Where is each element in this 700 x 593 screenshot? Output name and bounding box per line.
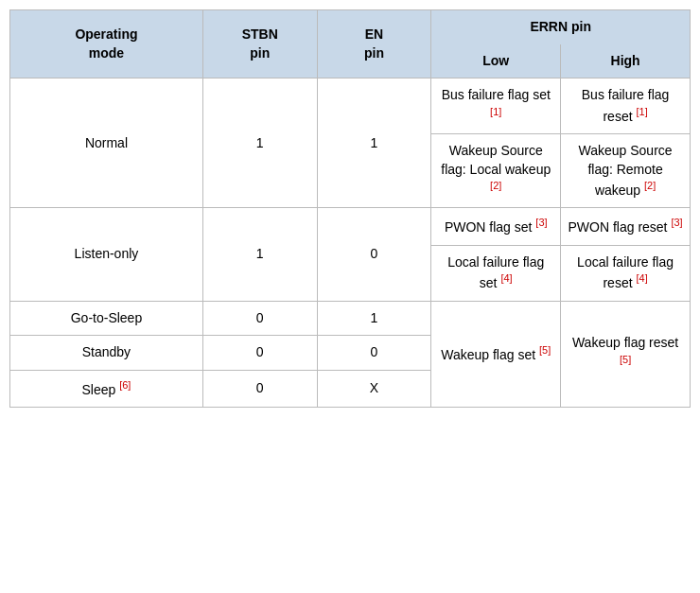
mode-normal: Normal <box>10 78 203 208</box>
table-row: Normal 1 1 Bus failure flag set [1] Bus … <box>10 78 691 134</box>
table-container: Operatingmode STBNpin ENpin ERRN pin Low… <box>9 9 691 408</box>
high-wakeup-remote: Wakeup Source flag: Remote wakeup [2] <box>561 134 691 208</box>
high-pwon-reset: PWON flag reset [3] <box>561 208 691 245</box>
header-mode: Operatingmode <box>10 10 203 78</box>
stbn-listen: 1 <box>202 208 317 301</box>
header-en: ENpin <box>317 10 431 78</box>
low-wakeup-local: Wakeup Source flag: Local wakeup [2] <box>431 134 561 208</box>
high-local-failure-reset: Local failure flag reset [4] <box>561 245 691 301</box>
mode-goto-sleep: Go-to-Sleep <box>10 301 203 336</box>
header-high: High <box>561 44 691 78</box>
stbn-standby: 0 <box>202 336 317 371</box>
high-bus-failure-reset: Bus failure flag reset [1] <box>561 78 691 134</box>
en-sleep: X <box>317 370 431 407</box>
low-bus-failure-set: Bus failure flag set [1] <box>431 78 561 134</box>
header-errn: ERRN pin <box>431 10 691 44</box>
low-pwon-set: PWON flag set [3] <box>431 208 561 245</box>
header-stbn: STBNpin <box>202 10 317 78</box>
en-normal: 1 <box>317 78 431 208</box>
en-listen: 0 <box>317 208 431 301</box>
table-row: Go-to-Sleep 0 1 Wakeup flag set [5] Wake… <box>10 301 691 336</box>
mode-listen: Listen-only <box>10 208 203 301</box>
stbn-goto-sleep: 0 <box>202 301 317 336</box>
main-table: Operatingmode STBNpin ENpin ERRN pin Low… <box>9 9 691 408</box>
header-low: Low <box>431 44 561 78</box>
low-local-failure-set: Local failure flag set [4] <box>431 245 561 301</box>
table-row: Listen-only 1 0 PWON flag set [3] PWON f… <box>10 208 691 245</box>
en-standby: 0 <box>317 336 431 371</box>
stbn-normal: 1 <box>202 78 317 208</box>
high-wakeup-flag-reset: Wakeup flag reset [5] <box>561 301 691 407</box>
en-goto-sleep: 1 <box>317 301 431 336</box>
stbn-sleep: 0 <box>202 370 317 407</box>
low-wakeup-flag-set: Wakeup flag set [5] <box>431 301 561 407</box>
mode-sleep: Sleep [6] <box>10 370 203 407</box>
mode-standby: Standby <box>10 336 203 371</box>
